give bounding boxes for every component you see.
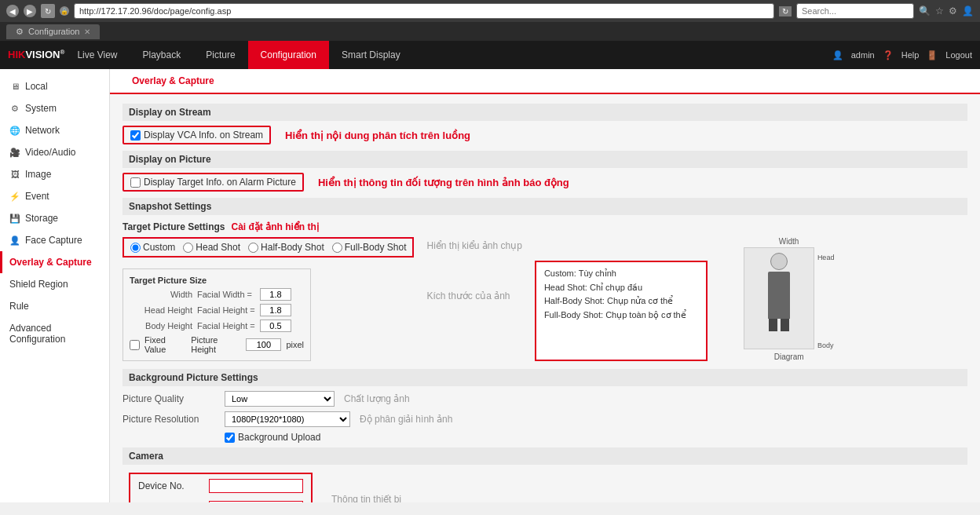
sidebar: 🖥 Local ⚙ System 🌐 Network 🎥 Video/Audio… xyxy=(0,69,110,502)
nav-picture[interactable]: Picture xyxy=(193,41,247,69)
content-area: Overlay & Capture Display on Stream Disp… xyxy=(110,69,980,502)
picture-height-input[interactable] xyxy=(246,338,281,351)
fixed-value-label: Fixed Value xyxy=(144,335,186,354)
target-picture-left: Custom Head Shot Half-Body Shot Full-Bod… xyxy=(122,237,414,361)
target-picture-size-box: Target Picture Size Width Facial Width =… xyxy=(122,268,311,361)
nav-smart-display[interactable]: Smart Display xyxy=(329,41,413,69)
vca-info-checkbox-group: Display VCA Info. on Stream xyxy=(122,126,271,144)
search-input[interactable] xyxy=(796,3,914,19)
radio-full-body[interactable]: Full-Body Shot xyxy=(332,242,407,253)
tab-close-button[interactable]: ✕ xyxy=(84,27,90,36)
sidebar-item-rule[interactable]: Rule xyxy=(0,295,109,317)
content-body: Display on Stream Display VCA Info. on S… xyxy=(110,94,980,502)
nav-logout-label[interactable]: Logout xyxy=(945,50,972,60)
sidebar-item-event[interactable]: ⚡ Event xyxy=(0,185,109,207)
snapshot-settings-title: Snapshot Settings xyxy=(122,198,967,215)
target-picture-header-row: Target Picture Settings Cài đặt ảnh hiển… xyxy=(122,221,967,232)
go-button[interactable]: ↻ xyxy=(779,6,792,16)
sidebar-item-shield[interactable]: Shield Region xyxy=(0,273,109,295)
radio-head-shot[interactable]: Head Shot xyxy=(183,242,240,253)
radio-head-shot-label: Head Shot xyxy=(196,242,240,253)
address-bar[interactable] xyxy=(74,3,774,19)
target-picture-content-row: Custom Head Shot Half-Body Shot Full-Bod… xyxy=(122,237,967,361)
diagram-head-shape xyxy=(770,253,788,270)
vca-info-label: Display VCA Info. on Stream xyxy=(144,130,263,141)
head-height-sublabel: Facial Height = xyxy=(197,305,260,315)
sidebar-item-storage[interactable]: 💾 Storage xyxy=(0,207,109,229)
sidebar-item-network[interactable]: 🌐 Network xyxy=(0,119,109,141)
target-info-label: Display Target Info. on Alarm Picture xyxy=(144,177,296,188)
device-no-input[interactable] xyxy=(209,479,303,493)
diagram-content: Head Body xyxy=(744,247,835,349)
tab-bar: ⚙ Configuration ✕ xyxy=(0,22,980,41)
diagram-label: Diagram xyxy=(774,352,804,361)
back-button[interactable]: ◀ xyxy=(6,5,19,17)
resolution-annotation: Độ phân giải hình ảnh xyxy=(360,414,452,425)
video-icon: 🎥 xyxy=(9,147,20,158)
sidebar-item-overlay[interactable]: Overlay & Capture xyxy=(0,251,109,273)
quality-annotation: Chất lượng ảnh xyxy=(344,393,410,404)
quality-row: Picture Quality Low Medium High Chất lượ… xyxy=(122,391,967,407)
sidebar-item-local[interactable]: 🖥 Local xyxy=(0,75,109,97)
system-icon: ⚙ xyxy=(9,103,20,114)
sidebar-item-image[interactable]: 🖼 Image xyxy=(0,163,109,185)
sidebar-item-advanced[interactable]: Advanced Configuration xyxy=(0,317,109,350)
display-on-picture-row: Display Target Info. on Alarm Picture Hi… xyxy=(122,173,967,192)
refresh-button[interactable]: ↻ xyxy=(41,4,55,18)
target-info-checkbox[interactable] xyxy=(130,177,141,188)
nav-help-label[interactable]: Help xyxy=(901,50,920,60)
sidebar-item-system[interactable]: ⚙ System xyxy=(0,97,109,119)
sidebar-item-face-capture[interactable]: 👤 Face Capture xyxy=(0,229,109,251)
nav-live-view[interactable]: Live View xyxy=(64,41,130,69)
width-sublabel: Facial Width = xyxy=(197,290,260,299)
sidebar-item-video-audio[interactable]: 🎥 Video/Audio xyxy=(0,141,109,163)
diagram-figure xyxy=(744,247,814,349)
target-picture-settings: Target Picture Settings Cài đặt ảnh hiển… xyxy=(122,221,967,361)
camera-title: Camera xyxy=(122,447,967,465)
picture-height-label: Picture Height xyxy=(191,335,241,354)
forward-button[interactable]: ▶ xyxy=(24,5,36,17)
sidebar-label-system: System xyxy=(25,103,57,114)
nav-configuration[interactable]: Configuration xyxy=(248,41,329,69)
diagram-legs xyxy=(769,319,789,331)
radio-half-body[interactable]: Half-Body Shot xyxy=(248,242,324,253)
background-picture-title: Background Picture Settings xyxy=(122,369,967,386)
head-height-input[interactable] xyxy=(260,304,291,316)
display-on-stream-title: Display on Stream xyxy=(122,104,967,121)
nav-user-icon: 👤 xyxy=(832,50,843,60)
bg-upload-row: Background Upload xyxy=(122,432,967,443)
nav-playback[interactable]: Playback xyxy=(130,41,194,69)
sidebar-label-event: Event xyxy=(25,191,49,202)
body-height-input[interactable] xyxy=(260,320,291,332)
sub-nav-overlay[interactable]: Overlay & Capture xyxy=(122,69,224,94)
vca-info-checkbox[interactable] xyxy=(130,130,141,141)
sidebar-label-shield: Shield Region xyxy=(9,279,68,290)
browser-tab[interactable]: ⚙ Configuration ✕ xyxy=(6,24,100,39)
diagram-width-label: Width xyxy=(779,237,799,246)
quality-label: Picture Quality xyxy=(122,393,225,404)
face-capture-icon: 👤 xyxy=(9,235,20,246)
fixed-value-checkbox[interactable] xyxy=(130,340,140,350)
target-picture-annotations: Hiển thị kiểu ảnh chụp Kích thước của ản… xyxy=(426,237,521,361)
resolution-select[interactable]: 1080P(1920*1080) 720P(1280*720) xyxy=(225,411,350,427)
sidebar-label-rule: Rule xyxy=(9,301,29,312)
device-no-row: Device No. xyxy=(138,479,303,493)
display-on-picture-title: Display on Picture xyxy=(122,151,967,168)
camera-info-input[interactable] xyxy=(209,501,303,502)
bg-upload-checkbox[interactable] xyxy=(225,433,235,443)
tooltip-line3: Half-Body Shot: Chụp nửa cơ thể xyxy=(544,294,698,309)
main-nav: Live View Playback Picture Configuration… xyxy=(64,41,832,69)
sub-nav: Overlay & Capture xyxy=(110,69,980,94)
star-icon: ☆ xyxy=(935,5,944,16)
tooltip-line2: Head Shot: Chỉ chụp đầu xyxy=(544,281,698,295)
width-input[interactable] xyxy=(260,288,291,301)
logo-vision: VISION xyxy=(25,49,60,61)
sidebar-label-storage: Storage xyxy=(25,213,58,224)
settings-icon: ⚙ xyxy=(949,5,957,16)
radio-half-body-label: Half-Body Shot xyxy=(261,242,324,253)
sidebar-label-advanced: Advanced Configuration xyxy=(9,323,100,345)
display-on-stream-annotation: Hiển thị nội dung phân tích trên luồng xyxy=(285,130,470,141)
storage-icon: 💾 xyxy=(9,213,20,224)
radio-custom[interactable]: Custom xyxy=(130,242,175,253)
quality-select[interactable]: Low Medium High xyxy=(225,391,335,407)
